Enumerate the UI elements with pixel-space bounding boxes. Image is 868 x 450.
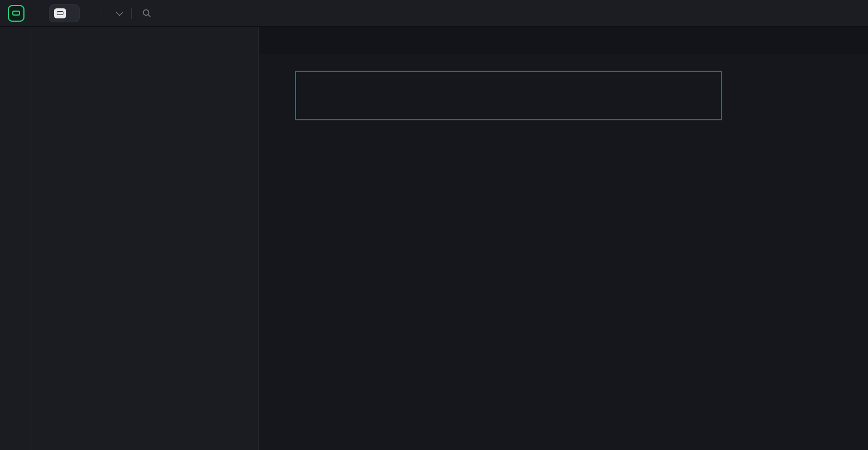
search-icon: [142, 8, 151, 18]
ide-badge[interactable]: [49, 4, 80, 22]
topbar-divider: [131, 8, 132, 19]
activity-bar: [0, 27, 31, 450]
tab-bar: [259, 27, 868, 53]
robot-face-icon: [12, 11, 20, 16]
topbar-divider: [101, 8, 101, 19]
global-search[interactable]: [142, 8, 157, 18]
explorer-sidebar: [31, 27, 259, 450]
ide-chip-icon: [54, 8, 66, 18]
ide-window: [0, 0, 868, 450]
breadcrumb: [259, 53, 868, 71]
editor-area: [259, 27, 868, 450]
project-selector[interactable]: [111, 11, 121, 16]
chevron-down-icon: [116, 9, 124, 16]
sidebar-header: [31, 27, 258, 56]
menu-bar: [0, 0, 868, 27]
code-editor[interactable]: [259, 71, 868, 450]
app-logo-icon[interactable]: [8, 5, 24, 22]
